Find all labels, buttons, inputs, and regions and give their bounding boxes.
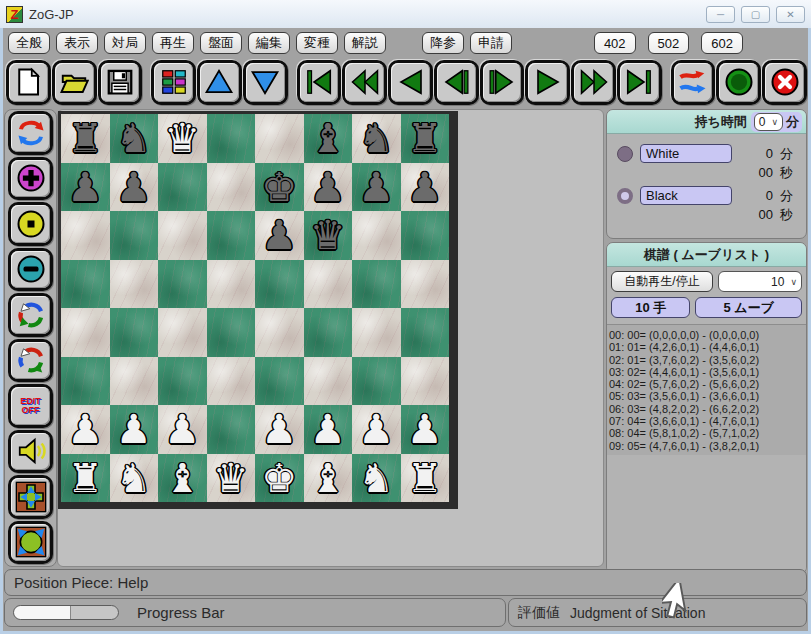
te-count-button[interactable]: 10 手 xyxy=(611,297,690,318)
board-square[interactable] xyxy=(255,260,304,309)
board-square[interactable]: ♛ xyxy=(304,211,353,260)
board-square[interactable]: ♚ xyxy=(255,454,304,503)
sound-button[interactable] xyxy=(8,430,53,474)
board-square[interactable]: ♝ xyxy=(158,454,207,503)
minutes-dropdown[interactable]: 0∨ xyxy=(754,113,783,131)
board-square[interactable]: ♟ xyxy=(255,405,304,454)
board-square[interactable] xyxy=(158,308,207,357)
fast-rewind-button[interactable] xyxy=(342,60,387,105)
board-square[interactable]: ♟ xyxy=(401,163,450,212)
close-button[interactable]: ✕ xyxy=(776,6,805,23)
white-piece[interactable]: ♟ xyxy=(116,406,152,452)
rewind-button[interactable] xyxy=(388,60,433,105)
board-square[interactable]: ♟ xyxy=(61,163,110,212)
expand-board-button[interactable] xyxy=(8,521,53,565)
black-piece[interactable]: ♞ xyxy=(358,115,394,161)
board-square[interactable] xyxy=(110,260,159,309)
menu-item-解説[interactable]: 解説 xyxy=(344,32,386,54)
chess-board[interactable]: ♜♞♛♝♞♜♟♟♚♟♟♟♟♛♟♟♟♟♟♟♟♜♞♝♛♚♝♞♜ xyxy=(61,114,449,502)
menu-item-降参[interactable]: 降参 xyxy=(422,32,464,54)
board-square[interactable] xyxy=(304,260,353,309)
board-square[interactable]: ♟ xyxy=(110,405,159,454)
first-move-button[interactable] xyxy=(297,60,342,105)
board-square[interactable]: ♟ xyxy=(110,163,159,212)
board-square[interactable] xyxy=(207,163,256,212)
board-square[interactable] xyxy=(207,357,256,406)
board-square[interactable] xyxy=(255,308,304,357)
board-square[interactable] xyxy=(110,357,159,406)
board-square[interactable]: ♟ xyxy=(352,405,401,454)
white-piece[interactable]: ♞ xyxy=(116,455,152,501)
black-piece[interactable]: ♞ xyxy=(116,115,152,161)
white-piece[interactable]: ♛ xyxy=(213,455,249,501)
board-square[interactable]: ♟ xyxy=(352,163,401,212)
stop-button[interactable] xyxy=(762,60,807,105)
board-square[interactable] xyxy=(401,260,450,309)
board-square[interactable]: ♞ xyxy=(110,114,159,163)
board-square[interactable] xyxy=(401,211,450,260)
move-list[interactable]: 00: 00= (0,0,0,0,0) - (0,0,0,0,0)01: 01=… xyxy=(607,325,806,455)
move-line[interactable]: 05: 03= (3,5,6,0,1) - (3,6,6,0,1) xyxy=(609,390,804,402)
speed-dropdown[interactable]: 10 ∨ xyxy=(718,271,802,292)
white-piece[interactable]: ♝ xyxy=(164,455,200,501)
board-square[interactable] xyxy=(61,357,110,406)
plus-button[interactable] xyxy=(8,157,53,201)
board-square[interactable] xyxy=(207,308,256,357)
board-square[interactable] xyxy=(352,308,401,357)
board-square[interactable] xyxy=(158,211,207,260)
white-piece[interactable]: ♜ xyxy=(407,455,443,501)
board-square[interactable] xyxy=(352,260,401,309)
board-square[interactable]: ♟ xyxy=(61,405,110,454)
open-file-button[interactable] xyxy=(52,60,97,105)
board-colors-button[interactable] xyxy=(151,60,196,105)
black-piece[interactable]: ♟ xyxy=(67,164,103,210)
black-piece[interactable]: ♝ xyxy=(310,115,346,161)
board-square[interactable] xyxy=(158,260,207,309)
board-square[interactable] xyxy=(61,260,110,309)
step-forward-button[interactable] xyxy=(480,60,525,105)
fast-forward-button[interactable] xyxy=(571,60,616,105)
triangle-up-button[interactable] xyxy=(197,60,242,105)
autoplay-button[interactable]: 自動再生/停止 xyxy=(611,271,713,292)
edit-off-button[interactable]: EDIT OFF xyxy=(8,384,53,428)
triangle-down-button[interactable] xyxy=(243,60,288,105)
black-piece[interactable]: ♟ xyxy=(261,212,297,258)
board-square[interactable] xyxy=(158,357,207,406)
minus-button[interactable] xyxy=(8,248,53,292)
minimize-button[interactable]: ─ xyxy=(706,6,735,23)
move-line[interactable]: 03: 02= (4,4,6,0,1) - (3,5,6,0,1) xyxy=(609,366,804,378)
white-piece[interactable]: ♝ xyxy=(310,455,346,501)
white-piece[interactable]: ♛ xyxy=(164,115,200,161)
cycle-players-button[interactable] xyxy=(8,293,53,337)
white-player-field[interactable]: White xyxy=(640,144,732,163)
board-square[interactable]: ♜ xyxy=(401,114,450,163)
new-file-button[interactable] xyxy=(6,60,51,105)
board-square[interactable] xyxy=(255,357,304,406)
board-square[interactable] xyxy=(110,308,159,357)
white-piece[interactable]: ♟ xyxy=(310,406,346,452)
menu-item-表示[interactable]: 表示 xyxy=(56,32,98,54)
board-square[interactable] xyxy=(61,308,110,357)
white-piece[interactable]: ♟ xyxy=(164,406,200,452)
menu-item-申請[interactable]: 申請 xyxy=(470,32,512,54)
board-square[interactable]: ♜ xyxy=(61,114,110,163)
board-square[interactable]: ♟ xyxy=(255,211,304,260)
board-square[interactable] xyxy=(207,260,256,309)
board-square[interactable]: ♟ xyxy=(401,405,450,454)
play-button[interactable] xyxy=(525,60,570,105)
board-square[interactable]: ♚ xyxy=(255,163,304,212)
record-button[interactable] xyxy=(716,60,761,105)
white-piece[interactable]: ♟ xyxy=(407,406,443,452)
board-square[interactable] xyxy=(61,211,110,260)
white-piece[interactable]: ♟ xyxy=(67,406,103,452)
last-move-button[interactable] xyxy=(617,60,662,105)
board-square[interactable] xyxy=(401,357,450,406)
black-piece[interactable]: ♟ xyxy=(310,164,346,210)
board-square[interactable]: ♝ xyxy=(304,454,353,503)
board-square[interactable]: ♛ xyxy=(207,454,256,503)
step-back-button[interactable] xyxy=(434,60,479,105)
black-piece[interactable]: ♟ xyxy=(116,164,152,210)
board-square[interactable] xyxy=(255,114,304,163)
shrink-board-button[interactable] xyxy=(8,475,53,519)
maximize-button[interactable]: ▢ xyxy=(741,6,770,23)
